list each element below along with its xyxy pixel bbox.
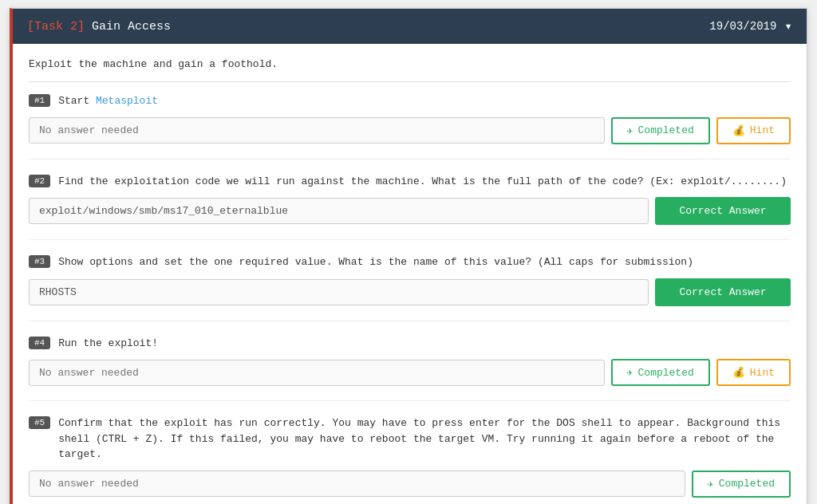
- question-header-1: #1 Start Metasploit: [29, 93, 791, 109]
- answer-input-2[interactable]: [29, 198, 649, 224]
- answer-input-4[interactable]: [29, 360, 605, 386]
- answer-row-5: Completed: [29, 471, 791, 498]
- question-header-4: #4 Run the exploit!: [29, 336, 791, 352]
- task-header: [Task 2] Gain Access 19/03/2019 ▾: [13, 9, 807, 44]
- hint-icon-4: [732, 366, 745, 379]
- question-header-3: #3 Show options and set the one required…: [29, 254, 791, 270]
- answer-input-3[interactable]: [29, 279, 649, 305]
- metasploit-link[interactable]: Metasploit: [96, 95, 158, 107]
- task-tag: [Task 2]: [27, 20, 85, 33]
- task-container: [Task 2] Gain Access 19/03/2019 ▾ Exploi…: [10, 8, 807, 504]
- chevron-down-icon[interactable]: ▾: [784, 18, 792, 34]
- plane-icon-5: [708, 478, 714, 490]
- correct-button-3[interactable]: Correct Answer: [655, 278, 791, 306]
- answer-row-1: Completed Hint: [29, 117, 791, 144]
- answer-row-3: Correct Answer: [29, 278, 791, 306]
- task-title-main: Gain Access: [92, 20, 171, 33]
- question-text-3: Show options and set the one required va…: [58, 254, 693, 270]
- plane-icon-4: [627, 366, 633, 379]
- answer-input-5[interactable]: [29, 471, 685, 497]
- answer-row-4: Completed Hint: [29, 359, 791, 386]
- question-block-2: #2 Find the exploitation code we will ru…: [29, 174, 791, 241]
- answer-input-1[interactable]: [29, 117, 605, 144]
- question-block-3: #3 Show options and set the one required…: [29, 254, 791, 321]
- hint-label-4: Hint: [750, 367, 775, 379]
- question-number-3: #3: [29, 255, 50, 268]
- question-number-1: #1: [29, 94, 50, 107]
- question-number-5: #5: [29, 416, 50, 429]
- question-text-4: Run the exploit!: [58, 336, 158, 352]
- hint-button-1[interactable]: Hint: [716, 117, 791, 144]
- question-block-5: #5 Confirm that the exploit has run corr…: [29, 415, 791, 504]
- hint-button-4[interactable]: Hint: [716, 359, 791, 386]
- answer-row-2: Correct Answer: [29, 197, 791, 225]
- completed-button-4[interactable]: Completed: [611, 359, 710, 386]
- completed-button-1[interactable]: Completed: [611, 117, 710, 144]
- correct-button-2[interactable]: Correct Answer: [655, 197, 791, 225]
- task-content: Exploit the machine and gain a foothold.…: [13, 44, 807, 504]
- intro-text: Exploit the machine and gain a foothold.: [29, 58, 791, 82]
- question-header-5: #5 Confirm that the exploit has run corr…: [29, 415, 791, 463]
- header-date: 19/03/2019: [709, 20, 776, 33]
- completed-button-5[interactable]: Completed: [692, 471, 791, 498]
- header-right: 19/03/2019 ▾: [709, 18, 792, 34]
- correct-label-3: Correct Answer: [679, 286, 766, 298]
- completed-label-4: Completed: [638, 367, 694, 379]
- question-number-4: #4: [29, 337, 50, 349]
- question-text-1: Start Metasploit: [58, 93, 158, 109]
- completed-label-5: Completed: [719, 478, 775, 490]
- question-block-4: #4 Run the exploit! Completed Hint: [29, 336, 791, 402]
- completed-label-1: Completed: [638, 124, 694, 136]
- hint-icon-1: [732, 124, 745, 137]
- question-text-5: Confirm that the exploit has run correct…: [58, 415, 791, 463]
- question-number-2: #2: [29, 175, 50, 187]
- question-block-1: #1 Start Metasploit Completed Hint: [29, 93, 791, 159]
- task-title: [Task 2] Gain Access: [27, 20, 171, 33]
- question-header-2: #2 Find the exploitation code we will ru…: [29, 174, 791, 190]
- hint-label-1: Hint: [750, 124, 775, 136]
- question-text-2: Find the exploitation code we will run a…: [58, 174, 787, 190]
- correct-label-2: Correct Answer: [679, 205, 766, 217]
- plane-icon-1: [627, 124, 633, 137]
